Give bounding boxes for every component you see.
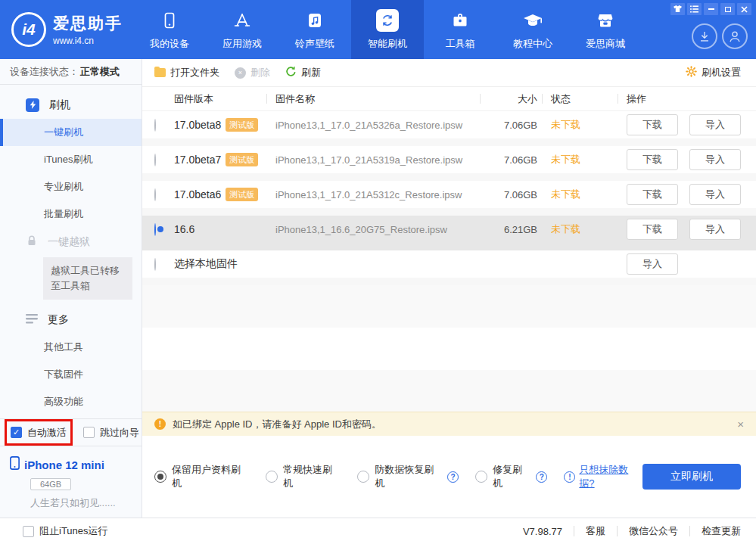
help-icon[interactable]: ? xyxy=(536,471,547,483)
download-button[interactable]: 下载 xyxy=(627,149,678,170)
nav-smart-flash[interactable]: 智能刷机 xyxy=(351,0,424,59)
checkbox-checked-icon[interactable]: ✓ xyxy=(11,427,22,438)
device-name[interactable]: iPhone 12 mini xyxy=(24,459,104,471)
sidebar-item-advanced-features[interactable]: 高级功能 xyxy=(0,388,142,415)
row-radio[interactable] xyxy=(154,188,156,201)
row-radio[interactable] xyxy=(154,119,156,132)
checkbox-unchecked-icon[interactable] xyxy=(23,526,34,537)
window-controls xyxy=(670,3,751,15)
firmware-toolbar: 打开文件夹 × 删除 刷新 刷机设置 xyxy=(142,59,756,87)
import-button[interactable]: 导入 xyxy=(689,114,741,135)
sidebar: 设备连接状态： 正常模式 刷机 一键刷机 iTunes刷机 专业刷机 批量刷机 xyxy=(0,59,142,518)
nav-label: 铃声壁纸 xyxy=(295,37,334,51)
help-icon[interactable]: ? xyxy=(447,471,459,483)
erase-data-link[interactable]: 只想抹除数据? xyxy=(579,463,642,490)
skin-icon[interactable] xyxy=(670,3,685,15)
sidebar-group-flash: 刷机 xyxy=(0,91,142,119)
menu-icon[interactable] xyxy=(687,3,702,15)
refresh-button[interactable]: 刷新 xyxy=(285,66,321,79)
open-folder-button[interactable]: 打开文件夹 xyxy=(154,66,219,79)
item-label: 一键刷机 xyxy=(44,126,83,139)
radio-unselected[interactable] xyxy=(266,471,278,483)
check-update-link[interactable]: 检查更新 xyxy=(702,524,741,538)
minimize-icon[interactable] xyxy=(704,3,718,15)
option-anti-data-recovery-flash[interactable]: 防数据恢复刷机 ? xyxy=(357,463,459,490)
table-header: 固件版本 固件名称 大小 状态 操作 xyxy=(142,87,756,111)
sidebar-item-one-click-flash[interactable]: 一键刷机 xyxy=(0,119,142,146)
group-label: 更多 xyxy=(48,313,69,327)
button-label: 打开文件夹 xyxy=(170,66,219,79)
firmware-version: 17.0beta7 xyxy=(174,154,221,166)
nav-my-device[interactable]: 我的设备 xyxy=(133,0,206,59)
download-button[interactable]: 下载 xyxy=(627,184,678,205)
skip-wizard-checkbox[interactable]: 跳过向导 xyxy=(83,426,139,440)
download-manager-icon[interactable] xyxy=(692,23,717,49)
nav-apps-games[interactable]: 应用游戏 xyxy=(206,0,278,59)
flash-settings-button[interactable]: 刷机设置 xyxy=(686,66,741,79)
firmware-name: iPhone13,1_17.0_21A5312c_Restore.ipsw xyxy=(275,189,484,201)
notice-text: 如已绑定 Apple ID，请准备好 Apple ID和密码。 xyxy=(173,418,381,431)
nav-toolbox[interactable]: 工具箱 xyxy=(424,0,496,59)
import-button[interactable]: 导入 xyxy=(627,253,678,275)
divider xyxy=(689,526,690,536)
radio-selected[interactable] xyxy=(154,471,166,483)
sidebar-item-batch-flash[interactable]: 批量刷机 xyxy=(0,201,142,228)
nav-store[interactable]: 爱思商城 xyxy=(569,0,642,59)
header-quick-actions xyxy=(692,23,748,49)
radio-unselected[interactable] xyxy=(475,471,487,483)
auto-activate-checkbox[interactable]: ✓ 自动激活 xyxy=(11,426,67,440)
import-button[interactable]: 导入 xyxy=(689,149,741,170)
device-connection-status: 设备连接状态： 正常模式 xyxy=(0,59,142,85)
download-button[interactable]: 下载 xyxy=(627,114,678,135)
row-radio-selected[interactable] xyxy=(154,223,156,236)
option-normal-fast-flash[interactable]: 常规快速刷机 xyxy=(266,463,341,490)
group-label: 刷机 xyxy=(49,98,70,112)
delete-button[interactable]: × 删除 xyxy=(235,66,270,79)
firmware-name: iPhone13,1_17.0_21A5319a_Restore.ipsw xyxy=(275,154,484,166)
firmware-name: iPhone13,1_16.6_20G75_Restore.ipsw xyxy=(275,224,484,235)
erase-info-icon[interactable]: ! xyxy=(564,471,575,483)
row-radio[interactable] xyxy=(154,154,156,166)
gear-icon xyxy=(686,66,697,79)
download-button[interactable]: 下载 xyxy=(627,219,678,240)
option-keep-user-data[interactable]: 保留用户资料刷机 xyxy=(154,463,249,490)
phone-icon xyxy=(160,9,179,32)
col-firmware-version: 固件版本 xyxy=(174,92,275,106)
sidebar-item-itunes-flash[interactable]: iTunes刷机 xyxy=(0,146,142,173)
import-button[interactable]: 导入 xyxy=(689,184,741,205)
wechat-official-link[interactable]: 微信公众号 xyxy=(629,524,678,538)
brand-site: www.i4.cn xyxy=(53,36,123,46)
sidebar-group-more: 更多 xyxy=(0,306,142,334)
sidebar-item-pro-flash[interactable]: 专业刷机 xyxy=(0,173,142,201)
maximize-icon[interactable] xyxy=(720,3,735,15)
nav-label: 工具箱 xyxy=(446,37,475,51)
checkbox-unchecked-icon[interactable] xyxy=(83,427,95,438)
import-button[interactable]: 导入 xyxy=(689,219,741,240)
firmware-status: 未下载 xyxy=(551,188,627,201)
sidebar-menu: 刷机 一键刷机 iTunes刷机 专业刷机 批量刷机 一键越狱 越狱工具已转移至… xyxy=(0,85,142,415)
option-label: 防数据恢复刷机 xyxy=(375,463,442,490)
item-label: 其他工具 xyxy=(44,340,83,354)
status-label: 设备连接状态： xyxy=(10,65,79,79)
customer-service-link[interactable]: 客服 xyxy=(586,524,605,538)
nav-label: 我的设备 xyxy=(150,37,189,51)
device-capacity-badge: 64GB xyxy=(30,478,71,490)
option-repair-flash[interactable]: 修复刷机 ? xyxy=(475,463,547,490)
nav-tutorial-center[interactable]: 教程中心 xyxy=(496,0,569,59)
header: i4 爱思助手 www.i4.cn 我的设备 应用游戏 xyxy=(0,0,756,59)
user-account-icon[interactable] xyxy=(722,23,748,49)
checkbox-label: 跳过向导 xyxy=(100,426,139,440)
close-icon[interactable] xyxy=(737,3,751,15)
sidebar-item-other-tools[interactable]: 其他工具 xyxy=(0,334,142,361)
nav-ringtones-wallpapers[interactable]: 铃声壁纸 xyxy=(278,0,351,59)
block-itunes-checkbox[interactable]: 阻止iTunes运行 xyxy=(23,524,108,538)
row-radio[interactable] xyxy=(154,258,156,271)
music-note-icon xyxy=(306,9,324,32)
flash-now-button[interactable]: 立即刷机 xyxy=(642,464,741,490)
device-signature: 人生若只如初见...... xyxy=(30,496,142,510)
beta-badge: 测试版 xyxy=(226,118,258,132)
notice-close-icon[interactable]: × xyxy=(737,418,744,431)
sidebar-item-download-firmware[interactable]: 下载固件 xyxy=(0,361,142,388)
radio-unselected[interactable] xyxy=(357,471,369,483)
nav-label: 智能刷机 xyxy=(368,37,407,51)
